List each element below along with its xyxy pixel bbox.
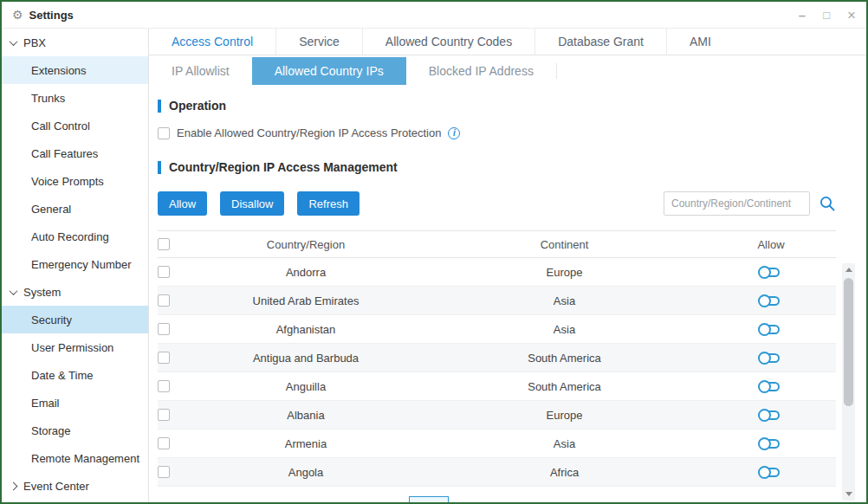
sidebar-item-label: Emergency Number	[31, 258, 132, 271]
sidebar-item-label: Email	[31, 397, 60, 410]
sidebar-group-system[interactable]: System	[2, 278, 148, 306]
sub-tabs: IP Allowlist Allowed Country IPs Blocked…	[149, 57, 866, 85]
enable-protection-label: Enable Allowed Country/Region IP Access …	[177, 126, 441, 139]
sidebar-item-extensions[interactable]: Extensions	[2, 56, 148, 84]
scroll-up-arrow[interactable]	[842, 263, 855, 276]
column-header-continent[interactable]: Continent	[423, 238, 706, 251]
toggle-knob	[758, 466, 771, 479]
enable-protection-row: Enable Allowed Country/Region IP Access …	[158, 126, 836, 139]
tab-service[interactable]: Service	[276, 29, 362, 55]
cell-continent: Asia	[423, 294, 706, 307]
sidebar-item-voice-prompts[interactable]: Voice Prompts	[2, 167, 148, 195]
row-checkbox[interactable]	[158, 323, 170, 335]
subtab-blocked-ip-address[interactable]: Blocked IP Address	[406, 57, 556, 85]
column-header-country[interactable]: Country/Region	[189, 238, 423, 251]
sidebar-item-label: Trunks	[31, 92, 65, 105]
scrollbar-thumb[interactable]	[844, 278, 853, 406]
sidebar-item-label: Call Features	[31, 147, 98, 160]
sidebar-item-date-time[interactable]: Date & Time	[2, 361, 148, 389]
allow-toggle[interactable]	[759, 268, 780, 277]
sidebar-item-call-features[interactable]: Call Features	[2, 139, 148, 167]
arrow-down-icon	[845, 492, 852, 496]
sidebar-group-event-center[interactable]: Event Center	[2, 472, 148, 500]
table-header: Country/Region Continent Allow	[158, 231, 836, 258]
subtab-ip-allowlist[interactable]: IP Allowlist	[149, 57, 252, 85]
sidebar-item-general[interactable]: General	[2, 195, 148, 223]
toggle-knob	[758, 294, 771, 307]
table-row: Armenia Asia	[158, 430, 836, 458]
sidebar-item-trunks[interactable]: Trunks	[2, 84, 148, 112]
subtab-allowed-country-ips[interactable]: Allowed Country IPs	[252, 57, 406, 85]
cell-continent: Asia	[423, 437, 706, 450]
table-row: Afghanistan Asia	[158, 315, 836, 344]
sidebar-item-security[interactable]: Security	[2, 306, 148, 333]
sidebar-item-user-permission[interactable]: User Permission	[2, 333, 148, 361]
settings-window: ⚙ Settings – □ × PBX Extensions Trunks C…	[0, 0, 868, 504]
subtab-separator	[556, 63, 557, 79]
allow-toggle[interactable]	[759, 296, 780, 306]
table-scrollbar[interactable]	[842, 263, 855, 501]
toggle-knob	[758, 409, 771, 422]
row-checkbox[interactable]	[158, 266, 170, 278]
search-area	[664, 191, 836, 216]
tab-ami[interactable]: AMI	[667, 29, 734, 55]
select-all-checkbox[interactable]	[158, 238, 170, 250]
row-checkbox[interactable]	[158, 294, 170, 307]
cell-continent: Africa	[423, 466, 706, 479]
tab-allowed-country-codes[interactable]: Allowed Country Codes	[363, 29, 534, 55]
cell-continent: Europe	[423, 266, 706, 279]
main-panel: Access Control Service Allowed Country C…	[149, 29, 866, 502]
row-checkbox[interactable]	[158, 352, 170, 364]
scroll-down-arrow[interactable]	[842, 488, 855, 501]
sidebar-item-auto-recording[interactable]: Auto Recording	[2, 223, 148, 250]
chevron-down-icon	[10, 37, 18, 46]
allow-button[interactable]: Allow	[158, 191, 207, 216]
allow-toggle[interactable]	[759, 439, 780, 449]
sidebar-item-remote-management[interactable]: Remote Management	[2, 444, 148, 472]
allow-toggle[interactable]	[759, 353, 780, 363]
sidebar-item-emergency-number[interactable]: Emergency Number	[2, 250, 148, 278]
row-checkbox[interactable]	[158, 437, 170, 449]
sidebar-item-storage[interactable]: Storage	[2, 417, 148, 444]
allow-toggle[interactable]	[759, 410, 780, 420]
search-input[interactable]	[664, 191, 810, 216]
arrow-up-icon	[845, 268, 852, 272]
section-title: Country/Region IP Access Management	[169, 160, 398, 174]
toggle-knob	[758, 323, 771, 336]
row-checkbox[interactable]	[158, 466, 170, 478]
allow-toggle[interactable]	[759, 382, 780, 391]
allow-toggle[interactable]	[759, 468, 780, 477]
table-row: Anguilla South America	[158, 372, 836, 401]
cell-continent: South America	[423, 352, 706, 365]
main-tabs: Access Control Service Allowed Country C…	[149, 29, 866, 55]
pagination-cutoff[interactable]	[409, 496, 449, 502]
sidebar-group-pbx[interactable]: PBX	[2, 29, 148, 56]
allow-toggle[interactable]	[759, 325, 780, 334]
sidebar-item-call-control[interactable]: Call Control	[2, 112, 148, 139]
sidebar-item-label: Call Control	[31, 120, 90, 132]
close-button[interactable]: ×	[847, 8, 856, 23]
info-icon[interactable]: i	[448, 127, 460, 139]
minimize-button[interactable]: –	[799, 9, 806, 22]
cell-country: Albania	[189, 409, 423, 422]
sidebar-item-label: Remote Management	[31, 452, 139, 465]
sidebar-item-label: General	[31, 203, 71, 216]
sidebar: PBX Extensions Trunks Call Control Call …	[2, 29, 149, 502]
maximize-button[interactable]: □	[823, 10, 830, 21]
disallow-button[interactable]: Disallow	[220, 191, 284, 216]
search-icon[interactable]	[819, 195, 836, 212]
row-checkbox[interactable]	[158, 409, 170, 421]
toggle-knob	[758, 437, 771, 450]
operation-section-header: Operation	[158, 99, 836, 113]
refresh-button[interactable]: Refresh	[297, 191, 360, 216]
sidebar-item-email[interactable]: Email	[2, 389, 148, 417]
tab-access-control[interactable]: Access Control	[149, 29, 275, 55]
enable-protection-checkbox[interactable]	[158, 127, 170, 139]
toggle-knob	[758, 352, 771, 365]
row-checkbox[interactable]	[158, 380, 170, 392]
column-header-allow: Allow	[706, 238, 836, 251]
toolbar: Allow Disallow Refresh	[158, 191, 836, 216]
section-bar	[158, 161, 161, 174]
section-title: Operation	[169, 99, 226, 113]
tab-database-grant[interactable]: Database Grant	[535, 29, 666, 55]
